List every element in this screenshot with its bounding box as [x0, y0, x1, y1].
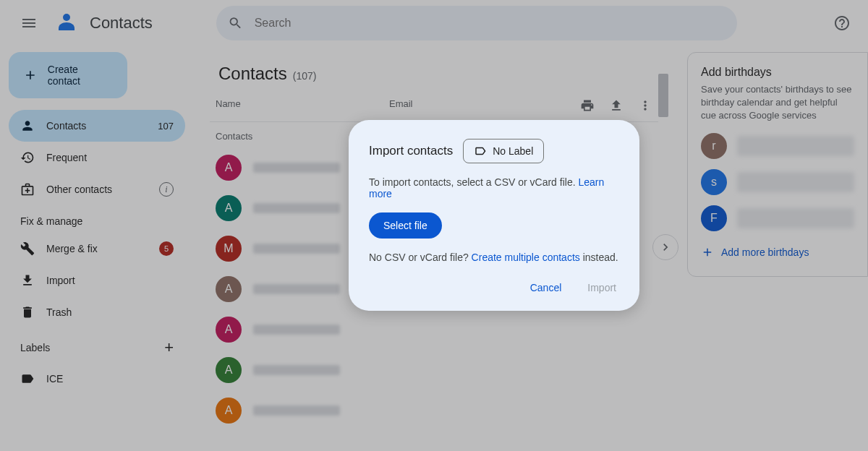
cancel-button[interactable]: Cancel: [527, 276, 565, 299]
dialog-title: Import contacts: [369, 144, 453, 158]
import-contacts-dialog: Import contacts No Label To import conta…: [349, 120, 639, 311]
dialog-alt-text: No CSV or vCard file? Create multiple co…: [369, 252, 619, 263]
import-button: Import: [584, 276, 619, 299]
label-outline-icon: [474, 145, 487, 158]
create-multiple-link[interactable]: Create multiple contacts: [472, 252, 580, 263]
select-file-button[interactable]: Select file: [369, 212, 442, 239]
dialog-instruction: To import contacts, select a CSV or vCar…: [369, 176, 619, 199]
label-selector-chip[interactable]: No Label: [463, 139, 544, 163]
